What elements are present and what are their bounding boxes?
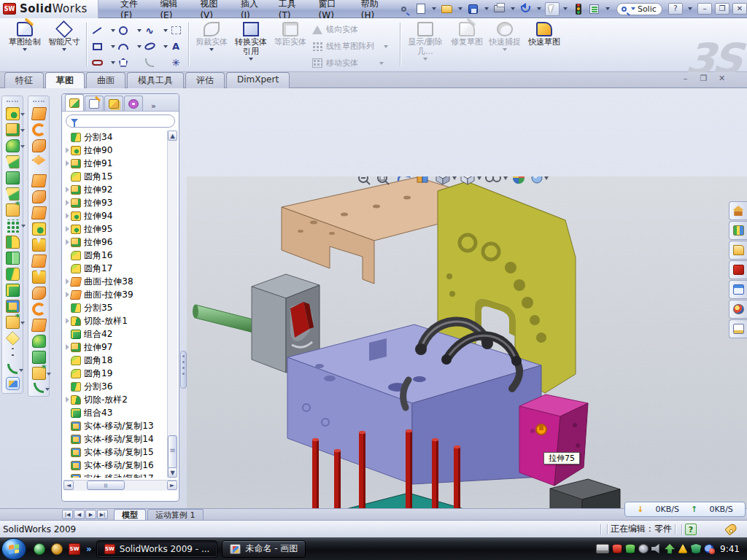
custom-properties-icon[interactable] [729, 319, 747, 338]
fillet-surface-icon[interactable] [32, 335, 46, 348]
taskbar-button[interactable]: SW SolidWorks 2009 - ... [96, 540, 218, 558]
reference-point-icon[interactable] [6, 316, 20, 329]
extruded-surface-icon[interactable] [32, 139, 46, 152]
expand-arrow[interactable] [63, 344, 71, 350]
select-dropdown[interactable] [563, 7, 568, 10]
scroll-right-button[interactable]: ► [167, 481, 177, 490]
expand-arrow[interactable] [63, 147, 71, 153]
tree-item[interactable]: 圆角19 [63, 367, 167, 380]
tree-horizontal-scrollbar[interactable]: ◄ ► [63, 480, 177, 491]
smart-dimension-button[interactable]: 智能尺寸 [45, 21, 83, 68]
reference-axis-icon[interactable] [12, 348, 14, 361]
zoom-fit-icon[interactable] [359, 176, 370, 184]
curve-icon[interactable] [7, 364, 18, 374]
warning-icon[interactable] [678, 544, 688, 553]
dimxpertmanager-tab[interactable] [124, 96, 143, 111]
model-tab[interactable]: 模型 [114, 509, 146, 520]
convert-entities-button[interactable]: 转换实体引用 [232, 21, 270, 68]
apply-scene-icon[interactable] [513, 176, 525, 184]
messenger-icon[interactable] [34, 543, 45, 555]
tree-item[interactable]: 实体-移动/复制16 [63, 459, 167, 472]
propertymanager-tab[interactable] [85, 96, 104, 111]
ribbon-tab[interactable]: DimXpert [226, 72, 290, 89]
move-entities-button[interactable]: 移动实体 [312, 58, 386, 69]
knit-surface-icon[interactable] [32, 238, 46, 252]
home-resources-icon[interactable] [729, 201, 747, 220]
tree-item[interactable]: 切除-放样1 [63, 314, 167, 327]
doc-close-button[interactable]: ✕ [716, 74, 728, 85]
search-scope-dropdown[interactable] [631, 7, 635, 10]
tree-item[interactable]: 圆角18 [63, 354, 167, 367]
keyboard-layout-icon[interactable] [596, 544, 609, 553]
fillet-icon[interactable] [6, 139, 20, 152]
swept-surface-icon[interactable] [31, 107, 47, 120]
design-library-icon[interactable] [729, 221, 747, 240]
replace-face-icon[interactable] [31, 319, 47, 332]
quick-launch-chevron[interactable]: » [86, 544, 92, 554]
display-delete-relations-button[interactable]: 显示/删除几... [404, 21, 446, 68]
scroll-down-button[interactable]: ▼ [168, 467, 177, 478]
tree-item[interactable]: 曲面-拉伸38 [63, 275, 167, 288]
certificate-badge-icon[interactable] [638, 544, 649, 553]
solidworks-launcher-icon[interactable]: SW [69, 543, 80, 555]
quick-tips-button[interactable]: ? [685, 524, 697, 535]
restore-button[interactable]: ❐ [715, 3, 729, 15]
save-button[interactable] [466, 2, 481, 16]
linear-sketch-pattern-button[interactable]: 线性草图阵列 [312, 41, 390, 52]
tree-item[interactable]: 组合42 [63, 327, 167, 341]
offset-surface-icon[interactable] [32, 190, 46, 203]
zoom-area-icon[interactable] [378, 176, 389, 184]
extruded-boss-icon[interactable] [6, 107, 20, 120]
ellipse-tool[interactable] [142, 39, 158, 54]
tree-item[interactable]: 拉伸91 [63, 157, 167, 170]
volume-icon[interactable] [651, 544, 662, 553]
doc-restore-button[interactable]: ❐ [697, 74, 710, 85]
ribbon-tab[interactable]: 模具工具 [127, 72, 184, 89]
instant3d-icon[interactable] [6, 377, 20, 390]
tab-scroll-first-button[interactable]: |◀ [62, 510, 73, 519]
toolbar-grip[interactable] [7, 101, 18, 103]
linear-pattern-icon[interactable] [6, 219, 20, 233]
sketch-fillet-tool[interactable] [142, 55, 158, 70]
polygon-tool[interactable] [115, 55, 131, 70]
tree-item[interactable]: 实体-移动/复制15 [63, 446, 167, 459]
search-box[interactable]: Solic [616, 3, 662, 15]
trim-entities-button[interactable]: 剪裁实体 [193, 21, 231, 68]
chamfer-icon[interactable] [6, 155, 20, 168]
tag-icon[interactable] [724, 522, 738, 535]
minimize-button[interactable]: – [697, 3, 712, 15]
planar-surface-icon[interactable] [31, 206, 47, 219]
extruded-cut-icon[interactable] [6, 123, 20, 136]
view-settings-icon[interactable] [532, 176, 549, 183]
boundary-surface-icon[interactable] [31, 174, 47, 187]
rectangle-tool[interactable] [89, 39, 105, 54]
security-shield-icon[interactable] [625, 544, 635, 553]
rapid-sketch-button[interactable]: 快速草图 [525, 21, 563, 68]
revolved-surface-icon[interactable] [32, 123, 46, 136]
expand-arrow[interactable] [63, 200, 71, 206]
close-button[interactable]: ✕ [732, 3, 747, 15]
protection-shield-icon[interactable] [691, 544, 701, 553]
start-button[interactable] [1, 538, 26, 560]
part-sprue-rod[interactable] [193, 305, 253, 333]
tree-item[interactable]: 拉伸96 [63, 236, 167, 249]
reference-plane-icon[interactable] [5, 331, 20, 346]
file-explorer-icon[interactable] [729, 241, 747, 260]
arc-tool[interactable] [115, 39, 131, 54]
options-dropdown[interactable] [605, 7, 610, 10]
panel-splitter-handle[interactable] [180, 351, 187, 389]
repair-sketch-button[interactable]: 修复草图 [448, 21, 486, 68]
view-orientation-icon[interactable] [436, 176, 457, 184]
expand-arrow[interactable] [63, 397, 71, 402]
undo-button[interactable] [519, 2, 533, 16]
delete-face-icon[interactable] [32, 303, 46, 316]
select-button[interactable] [545, 2, 560, 16]
doc-minimize-button[interactable]: – [679, 74, 692, 85]
ribbon-tab[interactable]: 特征 [4, 72, 44, 89]
antivirus-shield-icon[interactable] [612, 544, 622, 553]
save-dropdown[interactable] [484, 7, 489, 10]
search-value[interactable]: Solic [638, 4, 657, 14]
model-tab[interactable]: 运动算例 1 [147, 509, 204, 520]
display-style-icon[interactable] [461, 176, 481, 184]
featuremanager-tab[interactable] [65, 94, 84, 111]
